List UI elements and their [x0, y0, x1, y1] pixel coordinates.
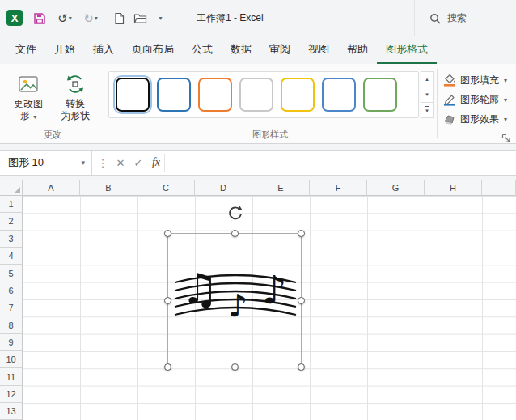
shape-style-swatch-2[interactable]: [157, 78, 191, 112]
title-bar: X ↺ ▾ ↻ ▾ ▾ 工作簿1 - Excel: [0, 0, 516, 36]
change-shape-button[interactable]: 更改图 形 ▾: [6, 69, 50, 137]
open-file-button[interactable]: [131, 10, 149, 27]
search-icon: [429, 13, 441, 24]
shape-style-swatch-5[interactable]: [281, 78, 315, 112]
tab-review[interactable]: 审阅: [260, 36, 299, 64]
column-header-F[interactable]: F: [310, 180, 367, 196]
excel-logo-icon[interactable]: X: [6, 10, 23, 26]
eighth-note-glyph: ♪: [228, 288, 247, 324]
shape-styles-group-label: 图形样式: [108, 129, 432, 141]
change-group-label: 更改: [6, 129, 99, 141]
convert-label-line2: 为形状: [61, 110, 90, 121]
column-header-partial[interactable]: [482, 180, 516, 196]
column-header-H[interactable]: H: [425, 180, 482, 196]
change-shape-label-line1: 更改图: [14, 98, 43, 109]
gallery-scroll-up-button[interactable]: ▴: [421, 71, 434, 87]
tab-home[interactable]: 开始: [45, 36, 84, 64]
group-separator: [104, 69, 104, 138]
change-shape-icon: [18, 74, 39, 95]
column-header-C[interactable]: C: [137, 180, 195, 196]
formula-input[interactable]: [168, 151, 516, 175]
shape-effects-button[interactable]: 图形效果 ▾: [442, 110, 514, 128]
ribbon-tab-bar: 文件 开始 插入 页面布局 公式 数据 审阅 视图 帮助 图形格式: [0, 36, 516, 64]
resize-handle-se[interactable]: [298, 363, 305, 371]
insert-function-button[interactable]: fx: [147, 151, 165, 175]
shape-style-swatch-7[interactable]: [363, 78, 397, 112]
resize-handle-n[interactable]: [231, 230, 239, 237]
chevron-down-icon: ▾: [504, 96, 507, 104]
search-label: 搜索: [447, 11, 467, 25]
gallery-more-icon: ▾: [425, 106, 429, 114]
new-file-button[interactable]: [110, 10, 128, 27]
resize-handle-sw[interactable]: [164, 363, 171, 371]
chevron-down-icon: ▾: [159, 15, 162, 22]
shape-fill-label: 图形填充: [460, 74, 499, 87]
rotate-handle[interactable]: [226, 205, 244, 223]
resize-handle-ne[interactable]: [298, 230, 305, 237]
change-shape-label-line2: 形: [20, 110, 30, 121]
row-header-9[interactable]: 9: [0, 334, 23, 351]
row-header-5[interactable]: 5: [0, 265, 23, 282]
scroll-up-icon: ▴: [425, 76, 429, 83]
redo-button[interactable]: ↻ ▾: [79, 10, 102, 27]
search-box[interactable]: 搜索: [414, 0, 516, 36]
resize-handle-w[interactable]: [164, 297, 171, 304]
tab-data[interactable]: 数据: [222, 36, 260, 64]
row-header-11[interactable]: 11: [0, 368, 23, 385]
name-box-value: 图形 10: [8, 155, 44, 170]
tab-page-layout[interactable]: 页面布局: [123, 36, 183, 64]
resize-handle-s[interactable]: [231, 363, 239, 371]
tab-help[interactable]: 帮助: [338, 36, 377, 64]
save-button[interactable]: [31, 10, 49, 27]
undo-icon: ↺: [57, 12, 68, 24]
window-title: 工作簿1 - Excel: [197, 0, 264, 36]
row-header-1[interactable]: 1: [0, 196, 23, 213]
row-header-10[interactable]: 10: [0, 351, 23, 368]
shape-fill-button[interactable]: 图形填充 ▾: [442, 71, 514, 89]
row-header-3[interactable]: 3: [0, 231, 23, 248]
column-header-E[interactable]: E: [252, 180, 310, 196]
column-header-G[interactable]: G: [367, 180, 425, 196]
shape-outline-icon: [443, 93, 456, 106]
shape-style-swatch-1[interactable]: [116, 78, 150, 112]
row-header-6[interactable]: 6: [0, 282, 23, 299]
row-header-8[interactable]: 8: [0, 316, 23, 333]
dialog-launcher-button[interactable]: [501, 132, 511, 142]
tab-view[interactable]: 视图: [299, 36, 338, 64]
gallery-more-button[interactable]: ▾: [421, 102, 434, 118]
eighth-note-glyph: ♪: [262, 267, 287, 312]
row-header-7[interactable]: 7: [0, 299, 23, 316]
tab-graphics-format[interactable]: 图形格式: [377, 36, 437, 64]
row-header-4[interactable]: 4: [0, 248, 23, 265]
shape-effects-icon: [443, 112, 456, 125]
row-header-12[interactable]: 12: [0, 386, 23, 403]
convert-to-shape-button[interactable]: 转换 为形状: [52, 69, 99, 137]
column-header-A[interactable]: A: [23, 180, 80, 196]
row-header-2[interactable]: 2: [0, 213, 23, 230]
formula-bar-drag-handle[interactable]: ⋮: [94, 151, 112, 175]
name-box-chevron-icon: ▾: [81, 159, 85, 167]
shape-style-swatch-4[interactable]: [239, 78, 273, 112]
selected-shape[interactable]: ♫ ♪ ♪: [167, 233, 302, 367]
tab-formulas[interactable]: 公式: [183, 36, 222, 64]
name-box[interactable]: 图形 10 ▾: [0, 151, 92, 175]
quick-access-customize-button[interactable]: ▾: [154, 10, 167, 27]
select-all-button[interactable]: [0, 180, 23, 196]
gallery-scroll: ▴ ▾ ▾: [421, 71, 434, 118]
gallery-scroll-down-button[interactable]: ▾: [421, 87, 434, 103]
shape-style-swatch-3[interactable]: [198, 78, 232, 112]
tab-insert[interactable]: 插入: [84, 36, 123, 64]
resize-handle-nw[interactable]: [164, 230, 171, 237]
tab-file[interactable]: 文件: [6, 36, 45, 64]
cancel-button[interactable]: ✕: [112, 151, 129, 175]
convert-label-line1: 转换: [66, 98, 85, 109]
resize-handle-e[interactable]: [298, 297, 305, 304]
column-header-D[interactable]: D: [195, 180, 252, 196]
shape-outline-button[interactable]: 图形轮廓 ▾: [442, 91, 514, 108]
column-header-B[interactable]: B: [80, 180, 137, 196]
formula-bar-separator: [164, 154, 165, 172]
row-header-13[interactable]: 13: [0, 403, 23, 420]
undo-button[interactable]: ↺ ▾: [53, 10, 76, 27]
enter-button[interactable]: ✓: [129, 151, 147, 175]
shape-style-swatch-6[interactable]: [322, 78, 356, 112]
